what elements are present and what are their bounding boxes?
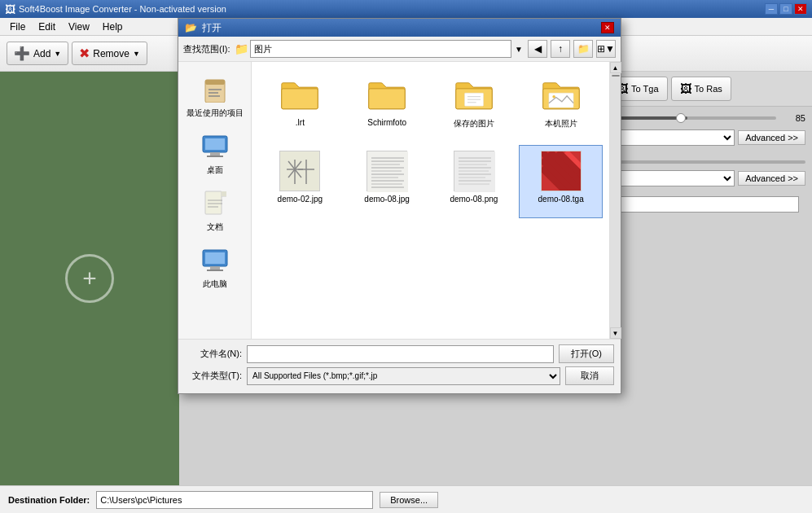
documents-label: 文档 bbox=[207, 221, 223, 233]
svg-rect-22 bbox=[207, 270, 223, 271]
folder-local-icon bbox=[539, 72, 583, 116]
dropdown-arrow[interactable]: ▼ bbox=[513, 45, 525, 54]
svg-rect-21 bbox=[210, 266, 220, 270]
file-lrt-label: .lrt bbox=[296, 118, 305, 127]
svg-rect-23 bbox=[282, 89, 318, 109]
filename-input[interactable] bbox=[247, 345, 554, 363]
sidebar-desktop[interactable]: 桌面 bbox=[178, 125, 251, 182]
file-item-demo08png[interactable]: demo-08.png bbox=[432, 145, 516, 218]
desktop-label: 桌面 bbox=[207, 164, 223, 176]
filetype-select[interactable]: All Supported Files (*.bmp;*.gif;*.jp bbox=[247, 367, 560, 385]
computer-label: 此电脑 bbox=[203, 278, 227, 290]
dialog-body: 最近使用的项目 桌面 bbox=[178, 62, 621, 339]
svg-rect-14 bbox=[205, 191, 222, 214]
folder-schirmfoto-icon bbox=[365, 72, 409, 116]
scroll-thumb[interactable] bbox=[612, 75, 620, 77]
dialog-scrollbar[interactable]: ▲ ▼ bbox=[609, 62, 621, 339]
folder-lrt-icon bbox=[278, 72, 322, 116]
file-local-pics-label: 本机照片 bbox=[545, 118, 577, 129]
file-schirmfoto-label: Schirmfoto bbox=[367, 118, 406, 127]
demo08png-thumbnail bbox=[452, 149, 496, 193]
file-item-saved-pics[interactable]: 保存的图片 bbox=[432, 68, 516, 142]
open-file-dialog: 📂 打开 ✕ 查找范围(I): 📁 ▼ ◀ ↑ 📁 ⊞▼ bbox=[178, 18, 621, 394]
folder-small-icon: 📁 bbox=[235, 42, 248, 55]
demo08jpg-thumbnail bbox=[365, 149, 409, 193]
dialog-title: 打开 bbox=[202, 21, 222, 35]
scroll-down-button[interactable]: ▼ bbox=[610, 327, 621, 339]
svg-rect-13 bbox=[207, 156, 223, 157]
nav-back-button[interactable]: ◀ bbox=[528, 40, 547, 58]
file-item-schirmfoto[interactable]: Schirmfoto bbox=[345, 68, 429, 142]
nav-up-button[interactable]: ↑ bbox=[551, 40, 570, 58]
up-icon: ↑ bbox=[558, 43, 563, 55]
filetype-row: 文件类型(T): All Supported Files (*.bmp;*.gi… bbox=[185, 366, 614, 385]
back-icon: ◀ bbox=[534, 43, 542, 55]
demo08jpg-label: demo-08.jpg bbox=[364, 195, 410, 204]
scroll-up-button[interactable]: ▲ bbox=[610, 62, 621, 73]
computer-icon bbox=[200, 246, 230, 275]
file-item-demo02[interactable]: demo-02.jpg bbox=[258, 145, 342, 218]
demo08tga-label: demo-08.tga bbox=[538, 195, 584, 204]
svg-rect-33 bbox=[280, 151, 320, 191]
dialog-close-button[interactable]: ✕ bbox=[601, 22, 614, 33]
dialog-toolbar: 查找范围(I): 📁 ▼ ◀ ↑ 📁 ⊞▼ bbox=[178, 37, 621, 62]
sidebar-recent[interactable]: 最近使用的项目 bbox=[178, 68, 251, 125]
folder-saved-icon bbox=[452, 72, 496, 116]
sidebar-documents[interactable]: 文档 bbox=[178, 182, 251, 239]
desktop-icon bbox=[200, 132, 230, 161]
location-label: 查找范围(I): bbox=[183, 43, 230, 55]
location-input[interactable] bbox=[250, 40, 511, 58]
demo08tga-thumbnail bbox=[539, 149, 583, 193]
svg-rect-15 bbox=[222, 191, 226, 196]
file-item-local-pics[interactable]: 本机照片 bbox=[519, 68, 603, 142]
recent-label: 最近使用的项目 bbox=[187, 107, 244, 119]
svg-rect-11 bbox=[205, 138, 225, 150]
sidebar-computer[interactable]: 此电脑 bbox=[178, 239, 251, 296]
recent-icon bbox=[200, 75, 230, 104]
view-options-button[interactable]: ⊞▼ bbox=[596, 40, 616, 58]
cancel-button[interactable]: 取消 bbox=[565, 366, 614, 385]
documents-icon bbox=[200, 189, 230, 218]
filetype-label: 文件类型(T): bbox=[185, 370, 242, 382]
new-folder-icon: 📁 bbox=[577, 43, 590, 55]
filename-row: 文件名(N): 打开(O) bbox=[185, 344, 614, 363]
file-item-lrt[interactable]: .lrt bbox=[258, 68, 342, 142]
file-item-demo08tga[interactable]: demo-08.tga bbox=[519, 145, 603, 218]
demo08png-label: demo-08.png bbox=[450, 195, 498, 204]
dialog-title-bar: 📂 打开 ✕ bbox=[178, 19, 621, 37]
dialog-sidebar: 最近使用的项目 桌面 bbox=[178, 62, 252, 339]
svg-rect-20 bbox=[205, 252, 225, 264]
dialog-bottom: 文件名(N): 打开(O) 文件类型(T): All Supported Fil… bbox=[178, 339, 621, 393]
demo02-thumbnail bbox=[278, 149, 322, 193]
svg-rect-12 bbox=[210, 152, 220, 156]
svg-rect-6 bbox=[205, 80, 225, 85]
dialog-files-grid: .lrt Schirmfoto bbox=[252, 62, 609, 339]
new-folder-button[interactable]: 📁 bbox=[573, 40, 593, 58]
svg-point-32 bbox=[552, 95, 555, 99]
file-saved-pics-label: 保存的图片 bbox=[454, 118, 494, 129]
dialog-overlay: 📂 打开 ✕ 查找范围(I): 📁 ▼ ◀ ↑ 📁 ⊞▼ bbox=[0, 0, 812, 513]
open-button[interactable]: 打开(O) bbox=[559, 344, 614, 363]
dialog-title-icon: 📂 bbox=[185, 22, 197, 33]
svg-rect-24 bbox=[369, 89, 405, 109]
filename-label: 文件名(N): bbox=[185, 348, 242, 360]
demo02-label: demo-02.jpg bbox=[278, 195, 323, 204]
view-icon: ⊞▼ bbox=[597, 43, 615, 55]
file-item-demo08jpg[interactable]: demo-08.jpg bbox=[345, 145, 429, 218]
